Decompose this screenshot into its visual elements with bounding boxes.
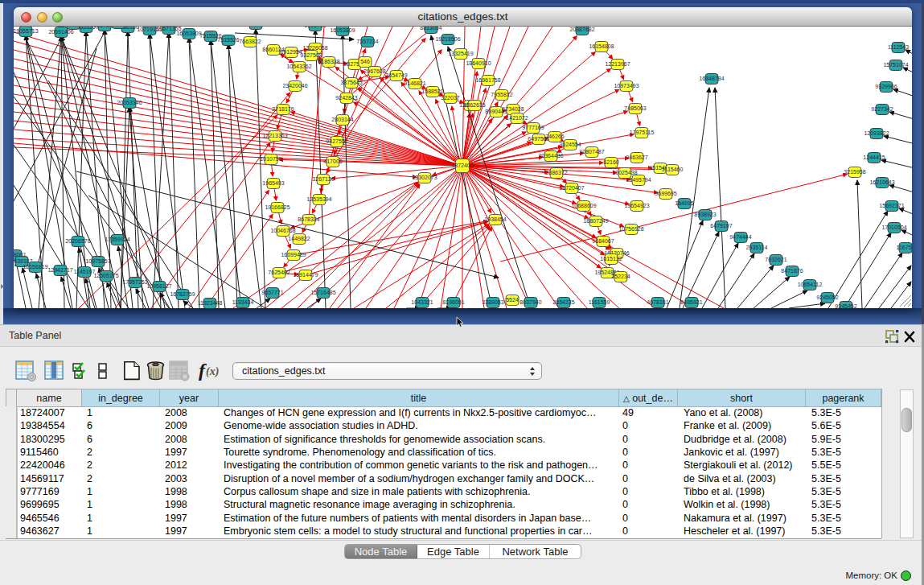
svg-text:10973493: 10973493 <box>614 83 639 89</box>
svg-text:8678334: 8678334 <box>298 216 319 222</box>
svg-text:17359924: 17359924 <box>105 237 129 242</box>
svg-text:9242843: 9242843 <box>335 95 357 101</box>
svg-text:13535394: 13535394 <box>306 196 331 202</box>
svg-text:1615132: 1615132 <box>600 256 622 262</box>
svg-text:2386372: 2386372 <box>545 170 567 175</box>
svg-text:1145197: 1145197 <box>74 269 96 274</box>
svg-text:16961758: 16961758 <box>475 77 500 83</box>
svg-text:9146821: 9146821 <box>404 80 425 86</box>
svg-text:7632621: 7632621 <box>765 257 786 262</box>
svg-text:62160: 62160 <box>603 159 619 165</box>
svg-text:8813054: 8813054 <box>420 27 441 31</box>
svg-text:19654923: 19654923 <box>624 203 649 208</box>
svg-text:7485063: 7485063 <box>624 105 646 111</box>
svg-text:10807487: 10807487 <box>579 149 604 154</box>
svg-text:9474444: 9474444 <box>729 234 751 240</box>
svg-text:8471676: 8471676 <box>781 268 803 274</box>
svg-text:8912954: 8912954 <box>280 49 302 55</box>
svg-text:11923448: 11923448 <box>198 300 223 306</box>
svg-text:2718176: 2718176 <box>272 106 294 112</box>
svg-text:7515526: 7515526 <box>217 37 239 43</box>
svg-text:18495794: 18495794 <box>626 177 651 183</box>
svg-text:3454749: 3454749 <box>385 72 407 78</box>
svg-text:4078161: 4078161 <box>647 299 668 305</box>
svg-text:12156819: 12156819 <box>23 264 47 270</box>
svg-text:18807249: 18807249 <box>583 218 608 224</box>
svg-text:15692371: 15692371 <box>879 203 904 208</box>
svg-text:252234: 252234 <box>611 274 630 279</box>
svg-text:(x): (x) <box>206 365 219 378</box>
svg-text:1588520: 1588520 <box>421 89 443 94</box>
svg-text:5524: 5524 <box>506 297 519 303</box>
svg-text:12505175: 12505175 <box>93 273 118 278</box>
svg-text:322037: 322037 <box>441 95 459 101</box>
svg-text:10654112: 10654112 <box>798 282 823 287</box>
svg-text:1965493: 1965493 <box>262 180 284 186</box>
svg-text:20691406: 20691406 <box>48 29 73 35</box>
svg-text:16782759: 16782759 <box>170 291 195 297</box>
svg-text:16053809: 16053809 <box>330 27 355 33</box>
svg-text:3389083: 3389083 <box>482 299 503 305</box>
svg-text:12213363: 12213363 <box>262 133 287 138</box>
svg-text:1112543: 1112543 <box>888 44 909 50</box>
svg-text:15751074: 15751074 <box>883 62 908 68</box>
svg-text:20053346: 20053346 <box>117 100 142 105</box>
svg-text:10046768: 10046768 <box>270 228 295 233</box>
svg-text:8495931: 8495931 <box>680 299 702 305</box>
svg-text:15716485: 15716485 <box>310 290 335 295</box>
svg-text:1872400: 1872400 <box>451 163 473 168</box>
svg-text:17957253: 17957253 <box>122 279 147 285</box>
svg-text:7625402: 7625402 <box>268 270 290 275</box>
svg-text:1421072: 1421072 <box>506 115 528 121</box>
svg-text:19166825: 19166825 <box>265 204 290 210</box>
svg-text:1244415: 1244415 <box>863 154 885 160</box>
svg-text:16848784: 16848784 <box>699 76 724 81</box>
svg-text:20364436: 20364436 <box>538 153 563 159</box>
svg-text:3875645: 3875645 <box>340 80 362 85</box>
svg-text:2803144: 2803144 <box>331 117 353 122</box>
svg-text:20206576: 20206576 <box>65 238 90 244</box>
svg-text:10958127: 10958127 <box>146 283 171 289</box>
svg-text:3215958: 3215958 <box>844 169 865 175</box>
svg-text:13325419: 13325419 <box>448 51 473 56</box>
svg-text:1161559: 1161559 <box>589 299 610 305</box>
svg-text:23420046: 23420046 <box>282 83 307 89</box>
svg-text:17975115: 17975115 <box>630 130 655 135</box>
svg-text:8637940: 8637940 <box>519 299 541 305</box>
svg-text:1193434: 1193434 <box>232 299 254 305</box>
svg-text:6479197: 6479197 <box>710 223 732 229</box>
svg-text:3624554: 3624554 <box>559 142 581 147</box>
svg-text:19218506: 19218506 <box>435 36 460 42</box>
svg-text:9329966: 9329966 <box>875 84 897 89</box>
svg-text:8196001: 8196001 <box>442 299 464 305</box>
svg-text:13302073: 13302073 <box>412 175 437 180</box>
svg-text:6734028: 6734028 <box>502 106 524 112</box>
svg-text:16154808: 16154808 <box>589 43 614 49</box>
svg-text:16914479: 16914479 <box>293 272 318 278</box>
svg-text:1010755: 1010755 <box>260 156 281 162</box>
svg-text:19055713: 19055713 <box>14 28 39 34</box>
svg-text:164095: 164095 <box>675 200 693 206</box>
svg-text:10756928: 10756928 <box>618 226 643 232</box>
svg-text:17010504: 17010504 <box>881 225 906 230</box>
svg-text:16210643: 16210643 <box>869 179 894 185</box>
svg-text:16053809: 16053809 <box>176 31 201 36</box>
svg-text:7357234: 7357234 <box>356 39 378 44</box>
svg-text:12093822: 12093822 <box>864 130 889 136</box>
svg-text:10975857: 10975857 <box>85 258 110 264</box>
svg-text:116753: 116753 <box>897 245 912 250</box>
svg-text:20387682: 20387682 <box>569 27 594 32</box>
svg-text:9699695: 9699695 <box>655 191 676 196</box>
svg-text:9245052: 9245052 <box>816 295 838 300</box>
svg-text:10543362: 10543362 <box>286 64 311 69</box>
svg-text:12942717: 12942717 <box>47 267 72 273</box>
svg-text:16099489: 16099489 <box>281 252 306 257</box>
svg-text:1938454: 1938454 <box>484 216 506 222</box>
svg-text:9777169: 9777169 <box>522 125 544 130</box>
svg-text:7955812: 7955812 <box>491 92 512 97</box>
svg-text:8186328: 8186328 <box>318 59 339 64</box>
svg-text:1093719: 1093719 <box>304 27 326 28</box>
svg-text:3267130: 3267130 <box>312 176 334 182</box>
svg-text:2654235: 2654235 <box>552 299 574 305</box>
svg-text:7663822: 7663822 <box>239 39 261 44</box>
